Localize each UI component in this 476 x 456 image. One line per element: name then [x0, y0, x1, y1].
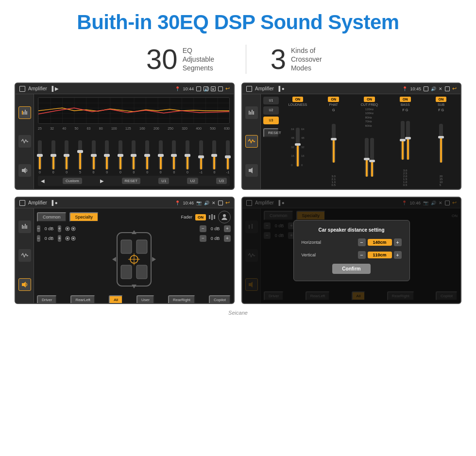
- db-value-1: 0 dB: [42, 226, 56, 231]
- slider-15[interactable]: -1: [226, 140, 230, 174]
- horizontal-minus-btn[interactable]: −: [358, 238, 366, 246]
- svg-point-24: [72, 237, 74, 239]
- preset-u2-btn[interactable]: U2: [263, 106, 279, 114]
- slider-1[interactable]: 0: [38, 140, 42, 174]
- svg-rect-26: [121, 240, 132, 253]
- eq-prev-btn[interactable]: ◀: [41, 178, 45, 184]
- crossover-sidebar-eq-btn[interactable]: [245, 106, 258, 119]
- crossover-x-icon[interactable]: ✕: [439, 86, 442, 91]
- slider-13[interactable]: -1: [199, 140, 203, 174]
- eq-sidebar-eq-btn[interactable]: [18, 106, 31, 119]
- slider-10[interactable]: 0: [159, 140, 163, 174]
- db-plus-3[interactable]: +: [224, 225, 231, 232]
- eq-back-icon[interactable]: ↩: [225, 85, 230, 92]
- eq-app-name: Amplifier: [28, 86, 47, 91]
- crossover-sidebar-speaker-btn[interactable]: [245, 164, 258, 177]
- slider-11[interactable]: 0: [172, 140, 176, 174]
- db-minus-1[interactable]: −: [37, 225, 40, 232]
- db-value-2: 0 dB: [42, 236, 56, 241]
- eq-location-icon: 📍: [175, 86, 180, 91]
- speaker-home-icon[interactable]: [19, 200, 25, 206]
- preset-u3-btn[interactable]: U3: [263, 117, 279, 124]
- slider-9[interactable]: 0: [145, 140, 149, 174]
- slider-5[interactable]: 0: [92, 140, 96, 174]
- eq-reset-btn[interactable]: RESET: [122, 178, 141, 184]
- all-btn[interactable]: All: [109, 295, 123, 304]
- rear-right-btn[interactable]: RearRight: [168, 295, 195, 304]
- confirm-button[interactable]: Confirm: [332, 264, 370, 274]
- eq-custom-btn[interactable]: Custom: [63, 178, 82, 184]
- crossover-screen: Amplifier ▐ ● 📍 10:45 🔊 ✕ ↩: [241, 83, 461, 190]
- eq-u3-btn[interactable]: U3: [216, 178, 227, 184]
- common-mode-btn[interactable]: Common: [37, 212, 67, 222]
- slider-8[interactable]: 0: [132, 140, 136, 174]
- eq-play-btn[interactable]: ▶: [100, 178, 104, 184]
- eq-u1-btn[interactable]: U1: [158, 178, 169, 184]
- db-minus-3[interactable]: −: [200, 225, 206, 232]
- eq-sidebar-wave-btn[interactable]: [18, 135, 31, 148]
- crossover-reset-btn[interactable]: RESET: [263, 128, 279, 137]
- svg-rect-13: [25, 224, 26, 229]
- distance-screen: Amplifier ▐ ● 📍 10:46 📷 🔊 ✕ ↩: [241, 197, 461, 304]
- crossover-back-icon[interactable]: ↩: [452, 85, 457, 92]
- horizontal-plus-btn[interactable]: +: [394, 238, 402, 246]
- eq-x-icon[interactable]: ✕: [211, 86, 216, 91]
- cutfreq-toggle[interactable]: ON: [364, 97, 375, 102]
- crossover-home-icon[interactable]: [246, 86, 252, 92]
- vertical-minus-btn[interactable]: −: [358, 251, 366, 259]
- svg-rect-14: [26, 225, 27, 229]
- copilot-btn[interactable]: Copilot: [209, 295, 231, 304]
- speaker-sidebar-eq-btn[interactable]: [18, 220, 31, 233]
- svg-marker-15: [22, 282, 26, 287]
- person-icon-btn[interactable]: [218, 211, 231, 223]
- sub-slider[interactable]: [439, 124, 443, 163]
- vertical-plus-btn[interactable]: +: [394, 251, 402, 259]
- eq-u2-btn[interactable]: U2: [187, 178, 198, 184]
- slider-12[interactable]: 0: [186, 140, 189, 174]
- db-plus-2[interactable]: +: [58, 235, 61, 242]
- user-btn[interactable]: User: [136, 295, 154, 304]
- slider-4[interactable]: 5: [78, 140, 82, 174]
- vertical-row: Vertical − 110cm +: [302, 251, 402, 259]
- car-diagram-container: [80, 225, 188, 293]
- cutfreq-slider2[interactable]: [370, 138, 374, 177]
- preset-u1-btn[interactable]: U1: [263, 97, 279, 104]
- rear-left-btn[interactable]: RearLeft: [70, 295, 95, 304]
- svg-rect-29: [136, 265, 147, 279]
- cutfreq-slider[interactable]: [365, 138, 369, 177]
- db-minus-4[interactable]: −: [200, 235, 206, 242]
- speaker-sidebar-wave-btn[interactable]: [18, 249, 31, 262]
- eq-volume-icon: 🔊: [204, 86, 208, 91]
- crossover-sidebar-wave-btn[interactable]: [245, 135, 258, 148]
- speaker-x-icon[interactable]: ✕: [212, 201, 216, 205]
- slider-6[interactable]: 0: [105, 140, 109, 174]
- svg-rect-7: [250, 112, 251, 115]
- sub-toggle[interactable]: ON: [436, 97, 447, 102]
- specialty-mode-btn[interactable]: Specialty: [69, 212, 99, 222]
- db-plus-4[interactable]: +: [224, 235, 231, 242]
- loudness-toggle[interactable]: ON: [292, 97, 304, 102]
- fader-toggle[interactable]: ON: [195, 214, 206, 220]
- svg-rect-2: [25, 110, 26, 115]
- bass-slider2[interactable]: [406, 121, 410, 160]
- speaker-sidebar-speaker-btn[interactable]: [18, 278, 31, 291]
- db-minus-2[interactable]: −: [37, 235, 40, 242]
- slider-14[interactable]: 0: [212, 140, 216, 174]
- phat-slider[interactable]: [332, 124, 336, 163]
- bass-toggle[interactable]: ON: [400, 97, 411, 102]
- slider-3[interactable]: 0: [65, 140, 68, 174]
- svg-marker-36: [152, 257, 156, 262]
- eq-main-content: 2532405063 80100125160200 25032040050063…: [34, 94, 234, 189]
- band-cutfreq: ON CUT FREQ 120Hz100Hz80Hz70Hz60Hz: [353, 97, 387, 186]
- driver-btn[interactable]: Driver: [37, 295, 57, 304]
- bass-slider[interactable]: [401, 121, 405, 160]
- phat-toggle[interactable]: ON: [328, 97, 339, 102]
- home-icon[interactable]: [19, 86, 25, 92]
- db-plus-1[interactable]: +: [58, 225, 61, 232]
- slider-7[interactable]: 0: [119, 140, 122, 174]
- loudness-slider[interactable]: [296, 128, 300, 167]
- slider-2[interactable]: 0: [51, 140, 55, 174]
- speaker-back-icon[interactable]: ↩: [225, 200, 230, 206]
- eq-sidebar-speaker-btn[interactable]: [18, 164, 31, 177]
- horizontal-control: − 140cm +: [358, 238, 402, 246]
